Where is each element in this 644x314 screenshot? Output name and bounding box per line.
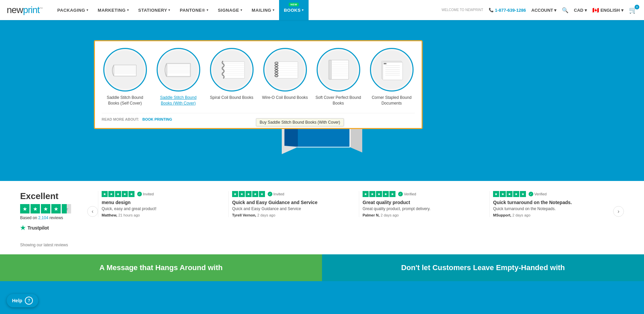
r2-star-2: ★ xyxy=(239,191,245,197)
r4-star-4: ★ xyxy=(513,191,519,197)
chevron-down-icon: ▾ xyxy=(240,8,243,12)
book-label-saddle-stitch-cover[interactable]: Saddle Stitch Bound Books (With Cover) xyxy=(155,95,202,106)
review-title-1: menu design xyxy=(102,200,218,205)
book-label-soft-cover: Soft Cover Perfect Bound Books xyxy=(315,95,362,106)
book-label-corner-stapled: Corner Stapled Bound Documents xyxy=(368,95,415,106)
book-item-wire-o-coil[interactable]: Wire-O Coil Bound Books xyxy=(262,48,308,106)
invited-badge-1: ✓ Invited xyxy=(137,192,154,196)
book-circle-spiral-coil xyxy=(210,48,254,91)
showing-reviews-text: Showing our latest reviews xyxy=(20,243,68,247)
svg-rect-14 xyxy=(167,64,190,76)
overall-stars: ★ ★ ★ ★ ★ xyxy=(20,204,77,213)
review-body-2: Quick and Easy Guidance and Service xyxy=(232,206,349,211)
account-button[interactable]: ACCOUNT ▾ xyxy=(531,8,556,13)
book-item-soft-cover[interactable]: Soft Cover Perfect Bound Books xyxy=(315,48,362,106)
svg-rect-46 xyxy=(329,60,348,79)
invited-badge-2: ✓ Invited xyxy=(268,192,284,196)
review-title-3: Great quality product xyxy=(363,200,479,205)
verified-badge-4: ✓ Verified xyxy=(529,192,547,196)
chevron-down-icon: ▾ xyxy=(302,8,304,12)
header-right: WELCOME TO NEWPRINT 📞 1-877-639-1286 ACC… xyxy=(441,6,637,14)
review-stars-3: ★ ★ ★ ★ ★ xyxy=(363,191,395,197)
book-label-wire-o-coil: Wire-O Coil Bound Books xyxy=(262,95,308,101)
books-dropdown: Saddle Stitch Bound Books (Self Cover) xyxy=(94,40,423,129)
nav-marketing[interactable]: MARKETING ▾ xyxy=(93,0,133,20)
help-button[interactable]: Help ? xyxy=(7,294,38,307)
trustpilot-star-icon: ★ xyxy=(20,224,25,232)
cart-count: 0 xyxy=(635,5,639,9)
cart-button[interactable]: 🛒 0 xyxy=(629,6,637,14)
nav-books[interactable]: NEW BOOKS ▾ xyxy=(279,0,309,20)
nav-mailing[interactable]: MAILING ▾ xyxy=(247,0,279,20)
svg-rect-23 xyxy=(224,62,245,78)
tooltip: Buy Saddle Stitch Bound Books (With Cove… xyxy=(256,118,344,126)
chevron-down-icon: ▾ xyxy=(87,8,89,12)
review-card-1: ★ ★ ★ ★ ★ ✓ Invited menu design Quick, e… xyxy=(98,191,222,217)
nav-stationery[interactable]: STATIONERY ▾ xyxy=(133,0,175,20)
welcome-message: WELCOME TO NEWPRINT xyxy=(441,8,483,12)
reviews-prev-button[interactable]: ‹ xyxy=(87,206,98,217)
books-grid: Saddle Stitch Bound Books (Self Cover) xyxy=(102,48,415,106)
star-3: ★ xyxy=(41,204,50,213)
nav-pantone[interactable]: PANTONE® ▾ xyxy=(175,0,213,20)
read-more-label: READ MORE ABOUT: xyxy=(102,117,139,121)
reviewer-3: Palmer N, 2 days ago xyxy=(363,213,479,217)
main-nav: PACKAGING ▾ MARKETING ▾ STATIONERY ▾ PAN… xyxy=(53,0,442,20)
review-header-2: ★ ★ ★ ★ ★ ✓ Invited xyxy=(232,191,349,197)
check-icon-3: ✓ xyxy=(398,192,403,196)
review-card-3: ★ ★ ★ ★ ★ ✓ Verified Great quality produ… xyxy=(359,191,483,217)
phone-icon: 📞 xyxy=(489,8,494,12)
review-header-4: ★ ★ ★ ★ ★ ✓ Verified xyxy=(493,191,610,197)
currency-selector[interactable]: CAD ▾ xyxy=(574,8,587,13)
banner-left[interactable]: A Message that Hangs Around with xyxy=(0,254,322,281)
book-printing-link[interactable]: BOOK PRINTING xyxy=(142,117,172,121)
r3-star-2: ★ xyxy=(369,191,375,197)
book-item-saddle-stitch-self[interactable]: Saddle Stitch Bound Books (Self Cover) xyxy=(102,48,148,106)
chevron-down-icon: ▾ xyxy=(207,8,209,12)
review-header-3: ★ ★ ★ ★ ★ ✓ Verified xyxy=(363,191,479,197)
bottom-banners: A Message that Hangs Around with Don't l… xyxy=(0,254,644,281)
banner-right[interactable]: Don't let Customers Leave Empty-Handed w… xyxy=(322,254,644,281)
chevron-down-icon: ▾ xyxy=(127,8,129,12)
book-item-saddle-stitch-cover[interactable]: Saddle Stitch Bound Books (With Cover) xyxy=(155,48,202,106)
reviewer-1: Matthew, 21 hours ago xyxy=(102,213,218,217)
review-stars-2: ★ ★ ★ ★ ★ xyxy=(232,191,265,197)
r3-star-3: ★ xyxy=(376,191,382,197)
star-4: ★ xyxy=(51,204,61,213)
review-count-link[interactable]: 2,104 xyxy=(38,215,48,220)
book-circle-soft-cover xyxy=(317,48,360,91)
check-icon-1: ✓ xyxy=(137,192,142,196)
phone-number[interactable]: 📞 1-877-639-1286 xyxy=(489,8,526,13)
review-cards: ★ ★ ★ ★ ★ ✓ Invited menu design Quick, e… xyxy=(98,191,613,217)
based-on-text: Based on 2,104 reviews xyxy=(20,215,77,220)
nav-packaging[interactable]: PACKAGING ▾ xyxy=(53,0,93,20)
reviews-section: Excellent ★ ★ ★ ★ ★ Based on 2,104 revie… xyxy=(0,181,644,242)
reviewer-4: MSupport, 2 days ago xyxy=(493,213,610,217)
help-circle-icon: ? xyxy=(25,297,33,305)
chevron-down-icon: ▾ xyxy=(621,8,624,13)
reviews-overall: Excellent ★ ★ ★ ★ ★ Based on 2,104 revie… xyxy=(20,191,87,232)
logo[interactable]: newprint™ xyxy=(7,5,43,15)
trustpilot-logo: ★ Trustpilot xyxy=(20,224,77,232)
book-circle-wire-o-coil xyxy=(263,48,307,91)
book-item-corner-stapled[interactable]: Corner Stapled Bound Documents xyxy=(368,48,415,106)
chevron-down-icon: ▾ xyxy=(168,8,170,12)
review-title-2: Quick and Easy Guidance and Service xyxy=(232,200,349,205)
check-icon-2: ✓ xyxy=(268,192,272,196)
review-body-4: Quick turnaround on the Notepads. xyxy=(493,206,610,211)
star-5: ★ xyxy=(62,204,71,213)
review-card-4: ★ ★ ★ ★ ★ ✓ Verified Quick turnaround on… xyxy=(489,191,613,217)
nav-signage[interactable]: SIGNAGE ▾ xyxy=(213,0,247,20)
review-header-1: ★ ★ ★ ★ ★ ✓ Invited xyxy=(102,191,218,197)
review-body-3: Great quality product, prompt delivery. xyxy=(363,206,479,211)
r3-star-5: ★ xyxy=(389,191,395,197)
chevron-down-icon: ▾ xyxy=(554,8,556,13)
r3-star-4: ★ xyxy=(383,191,389,197)
star-1: ★ xyxy=(20,204,30,213)
reviews-next-button[interactable]: › xyxy=(613,206,624,217)
r3-star-1: ★ xyxy=(363,191,369,197)
language-selector[interactable]: 🇨🇦 ENGLISH ▾ xyxy=(592,7,624,13)
book-label-saddle-stitch-self: Saddle Stitch Bound Books (Self Cover) xyxy=(102,95,148,106)
book-item-spiral-coil[interactable]: Spiral Coil Bound Books xyxy=(208,48,255,106)
search-button[interactable]: 🔍 xyxy=(562,7,569,13)
